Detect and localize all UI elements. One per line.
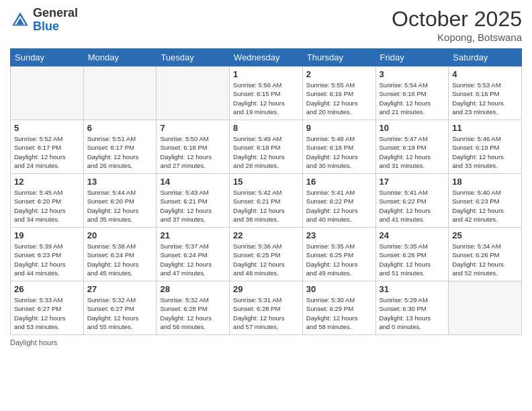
calendar-cell: 26Sunrise: 5:33 AM Sunset: 6:27 PM Dayli… <box>11 281 84 335</box>
week-row-1: 1Sunrise: 5:56 AM Sunset: 6:15 PM Daylig… <box>11 66 522 120</box>
day-number: 2 <box>306 69 372 79</box>
day-number: 26 <box>14 284 80 294</box>
day-number: 30 <box>306 284 372 294</box>
logo: General Blue <box>10 7 78 34</box>
calendar-cell <box>83 66 157 120</box>
month-title: October 2025 <box>392 7 522 32</box>
day-info: Sunrise: 5:56 AM Sunset: 6:15 PM Dayligh… <box>233 81 299 116</box>
calendar-cell: 7Sunrise: 5:50 AM Sunset: 6:18 PM Daylig… <box>157 120 230 174</box>
daylight-label: Daylight hours <box>10 338 57 347</box>
day-number: 13 <box>87 177 153 187</box>
calendar-cell <box>449 281 522 335</box>
calendar-cell: 17Sunrise: 5:41 AM Sunset: 6:22 PM Dayli… <box>375 174 449 228</box>
calendar-cell: 27Sunrise: 5:32 AM Sunset: 6:27 PM Dayli… <box>83 281 157 335</box>
calendar-cell: 2Sunrise: 5:55 AM Sunset: 6:16 PM Daylig… <box>302 66 375 120</box>
logo-general-text: General <box>33 6 78 19</box>
day-number: 6 <box>87 123 153 133</box>
calendar-cell: 1Sunrise: 5:56 AM Sunset: 6:15 PM Daylig… <box>230 66 303 120</box>
day-number: 21 <box>160 230 226 240</box>
calendar-cell: 8Sunrise: 5:49 AM Sunset: 6:18 PM Daylig… <box>230 120 303 174</box>
logo-blue-text: Blue <box>33 19 59 33</box>
weekday-header-friday: Friday <box>375 49 449 66</box>
week-row-4: 19Sunrise: 5:39 AM Sunset: 6:23 PM Dayli… <box>11 228 522 281</box>
day-info: Sunrise: 5:32 AM Sunset: 6:28 PM Dayligh… <box>160 295 226 331</box>
calendar-cell: 18Sunrise: 5:40 AM Sunset: 6:23 PM Dayli… <box>449 174 522 228</box>
day-number: 24 <box>380 230 445 240</box>
calendar-cell <box>11 66 84 120</box>
day-info: Sunrise: 5:50 AM Sunset: 6:18 PM Dayligh… <box>160 134 226 170</box>
page: General Blue October 2025 Kopong, Botswa… <box>0 0 532 411</box>
calendar-cell: 9Sunrise: 5:48 AM Sunset: 6:18 PM Daylig… <box>302 120 375 174</box>
week-row-3: 12Sunrise: 5:45 AM Sunset: 6:20 PM Dayli… <box>11 174 522 228</box>
day-info: Sunrise: 5:32 AM Sunset: 6:27 PM Dayligh… <box>87 295 153 331</box>
calendar-cell: 6Sunrise: 5:51 AM Sunset: 6:17 PM Daylig… <box>83 120 157 174</box>
calendar-cell <box>157 66 230 120</box>
day-info: Sunrise: 5:42 AM Sunset: 6:21 PM Dayligh… <box>233 188 299 224</box>
day-number: 11 <box>452 123 518 133</box>
day-info: Sunrise: 5:40 AM Sunset: 6:23 PM Dayligh… <box>452 188 518 224</box>
day-info: Sunrise: 5:34 AM Sunset: 6:26 PM Dayligh… <box>452 242 518 277</box>
week-row-2: 5Sunrise: 5:52 AM Sunset: 6:17 PM Daylig… <box>11 120 522 174</box>
weekday-header-thursday: Thursday <box>302 49 375 66</box>
day-number: 4 <box>452 69 518 79</box>
day-info: Sunrise: 5:55 AM Sunset: 6:16 PM Dayligh… <box>306 81 372 116</box>
day-number: 3 <box>380 69 445 79</box>
location-title: Kopong, Botswana <box>392 32 522 43</box>
calendar-cell: 16Sunrise: 5:41 AM Sunset: 6:22 PM Dayli… <box>302 174 375 228</box>
day-info: Sunrise: 5:41 AM Sunset: 6:22 PM Dayligh… <box>306 188 372 224</box>
day-number: 23 <box>306 230 372 240</box>
calendar-cell: 21Sunrise: 5:37 AM Sunset: 6:24 PM Dayli… <box>157 228 230 281</box>
footer: Daylight hours <box>10 338 522 347</box>
day-info: Sunrise: 5:37 AM Sunset: 6:24 PM Dayligh… <box>160 242 226 277</box>
day-info: Sunrise: 5:31 AM Sunset: 6:28 PM Dayligh… <box>233 295 299 331</box>
calendar-cell: 22Sunrise: 5:36 AM Sunset: 6:25 PM Dayli… <box>230 228 303 281</box>
calendar-cell: 3Sunrise: 5:54 AM Sunset: 6:16 PM Daylig… <box>375 66 449 120</box>
day-info: Sunrise: 5:36 AM Sunset: 6:25 PM Dayligh… <box>233 242 299 277</box>
header: General Blue October 2025 Kopong, Botswa… <box>10 7 522 43</box>
calendar-cell: 25Sunrise: 5:34 AM Sunset: 6:26 PM Dayli… <box>449 228 522 281</box>
day-number: 20 <box>87 230 153 240</box>
day-info: Sunrise: 5:29 AM Sunset: 6:30 PM Dayligh… <box>380 295 445 331</box>
day-number: 17 <box>380 177 445 187</box>
calendar-cell: 15Sunrise: 5:42 AM Sunset: 6:21 PM Dayli… <box>230 174 303 228</box>
day-number: 1 <box>233 69 299 79</box>
week-row-5: 26Sunrise: 5:33 AM Sunset: 6:27 PM Dayli… <box>11 281 522 335</box>
day-info: Sunrise: 5:52 AM Sunset: 6:17 PM Dayligh… <box>14 134 80 170</box>
calendar-cell: 12Sunrise: 5:45 AM Sunset: 6:20 PM Dayli… <box>11 174 84 228</box>
weekday-header-monday: Monday <box>83 49 157 66</box>
logo-icon <box>10 10 30 30</box>
logo-text: General Blue <box>33 7 78 34</box>
calendar-cell: 4Sunrise: 5:53 AM Sunset: 6:16 PM Daylig… <box>449 66 522 120</box>
calendar-header: SundayMondayTuesdayWednesdayThursdayFrid… <box>11 49 522 66</box>
calendar-cell: 24Sunrise: 5:35 AM Sunset: 6:26 PM Dayli… <box>375 228 449 281</box>
calendar-cell: 28Sunrise: 5:32 AM Sunset: 6:28 PM Dayli… <box>157 281 230 335</box>
calendar-cell: 13Sunrise: 5:44 AM Sunset: 6:20 PM Dayli… <box>83 174 157 228</box>
calendar-cell: 30Sunrise: 5:30 AM Sunset: 6:29 PM Dayli… <box>302 281 375 335</box>
day-number: 15 <box>233 177 299 187</box>
day-number: 18 <box>452 177 518 187</box>
day-number: 22 <box>233 230 299 240</box>
day-info: Sunrise: 5:38 AM Sunset: 6:24 PM Dayligh… <box>87 242 153 277</box>
day-number: 14 <box>160 177 226 187</box>
day-info: Sunrise: 5:45 AM Sunset: 6:20 PM Dayligh… <box>14 188 80 224</box>
day-info: Sunrise: 5:53 AM Sunset: 6:16 PM Dayligh… <box>452 81 518 116</box>
day-number: 8 <box>233 123 299 133</box>
calendar-cell: 11Sunrise: 5:46 AM Sunset: 6:19 PM Dayli… <box>449 120 522 174</box>
weekday-header-wednesday: Wednesday <box>230 49 303 66</box>
day-info: Sunrise: 5:54 AM Sunset: 6:16 PM Dayligh… <box>380 81 445 116</box>
day-number: 10 <box>380 123 445 133</box>
day-number: 25 <box>452 230 518 240</box>
calendar-cell: 23Sunrise: 5:35 AM Sunset: 6:25 PM Dayli… <box>302 228 375 281</box>
day-info: Sunrise: 5:51 AM Sunset: 6:17 PM Dayligh… <box>87 134 153 170</box>
weekday-header-sunday: Sunday <box>11 49 84 66</box>
day-info: Sunrise: 5:43 AM Sunset: 6:21 PM Dayligh… <box>160 188 226 224</box>
day-info: Sunrise: 5:33 AM Sunset: 6:27 PM Dayligh… <box>14 295 80 331</box>
day-number: 27 <box>87 284 153 294</box>
weekday-header-saturday: Saturday <box>449 49 522 66</box>
calendar-cell: 5Sunrise: 5:52 AM Sunset: 6:17 PM Daylig… <box>11 120 84 174</box>
day-number: 29 <box>233 284 299 294</box>
day-number: 19 <box>14 230 80 240</box>
day-number: 9 <box>306 123 372 133</box>
day-info: Sunrise: 5:49 AM Sunset: 6:18 PM Dayligh… <box>233 134 299 170</box>
day-number: 12 <box>14 177 80 187</box>
